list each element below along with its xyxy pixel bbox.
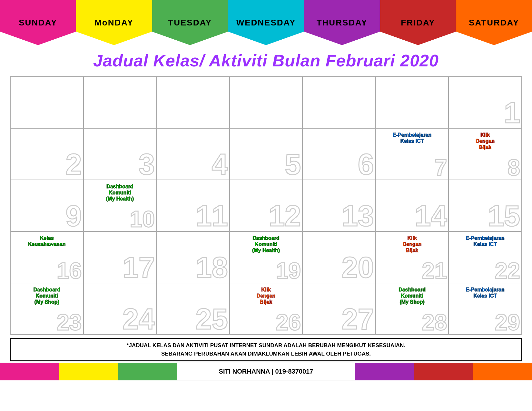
cal-cell: 3 [84,128,157,180]
day-number: 20 [342,253,374,282]
bottom-banner [414,363,473,380]
day-number: 16 [57,259,82,282]
bottom-banner [59,363,118,380]
day-number: 4 [212,150,228,179]
bottom-banner [118,363,177,380]
day-number: 11 [196,201,228,230]
bottom-banner [473,363,532,380]
day-number: 7 [434,156,447,179]
cal-cell [84,77,157,128]
cal-cell: 17 [84,231,157,283]
day-number: 13 [342,201,374,230]
day-number: 28 [422,311,447,334]
day-number: 23 [57,311,82,334]
day-number: 15 [488,201,520,230]
day-number: 25 [196,305,228,334]
cal-cell: 1 [448,77,522,128]
day-banner-friday: FRIDAY [380,0,456,45]
day-label: TUESDAY [168,18,212,28]
day-number: 18 [196,253,228,282]
day-number: 8 [507,156,520,179]
day-number: 24 [123,305,155,334]
day-number: 12 [269,201,301,230]
cal-event: Dashboard Komuniti (My Shop) [12,286,82,306]
day-number: 29 [495,311,520,334]
cal-cell [156,77,230,128]
cal-cell: 6 [302,128,376,180]
day-number: 10 [130,208,155,230]
footer-line1: *JADUAL KELAS DAN AKTIVITI PUSAT INTERNE… [16,341,516,350]
cal-cell: 20 [302,231,376,283]
bottom-banner [355,363,414,380]
day-number: 21 [422,259,447,282]
cal-event: Klik Dengan Bijak [450,131,520,151]
cal-event: Klik Dengan Bijak [377,234,447,254]
cal-event: Kelas Keusahawanan [12,234,82,248]
day-label: THURSDAY [317,18,368,28]
cal-cell [230,77,303,128]
bottom-row: SITI NORHANNA | 019-8370017 [0,363,532,380]
day-number: 17 [123,253,155,282]
cal-cell: Dashboard Komuniti (My Health)10 [84,180,157,231]
day-number: 26 [276,311,301,334]
cal-cell: Dashboard Komuniti (My Shop)23 [10,283,84,335]
cal-cell: 18 [156,231,230,283]
day-label: FRIDAY [401,18,435,28]
day-label: SUNDAY [19,18,57,28]
bottom-contact: SITI NORHANNA | 019-8370017 [177,363,355,380]
cal-cell: 15 [448,180,522,231]
day-banner-tuesday: TUESDAY [152,0,228,45]
calendar-title: Jadual Kelas/ Aktiviti Bulan Februari 20… [0,45,532,73]
day-label: SATURDAY [469,18,519,28]
cal-cell: Klik Dengan Bijak8 [448,128,522,180]
cal-event: Dashboard Komuniti (My Health) [85,183,155,203]
cal-event: E-Pembelajaran Kelas ICT [377,131,447,145]
cal-cell: Dashboard Komuniti (My Shop)28 [376,283,449,335]
cal-cell [302,77,376,128]
day-label: MoNDAY [94,18,133,28]
cal-cell: 13 [302,180,376,231]
cal-cell: 12 [230,180,303,231]
day-label: WEDNESDAY [236,18,296,28]
cal-cell: 9 [10,180,84,231]
cal-cell: 4 [156,128,230,180]
cal-cell: Kelas Keusahawanan16 [10,231,84,283]
cal-cell: 11 [156,180,230,231]
day-banner-thursday: THURSDAY [304,0,380,45]
day-banner-sunday: SUNDAY [0,0,76,45]
cal-event: E-Pembelajaran Kelas ICT [450,234,520,248]
cal-cell: 2 [10,128,84,180]
day-number: 3 [139,150,155,179]
cal-cell: 27 [302,283,376,335]
cal-cell: E-Pembelajaran Kelas ICT22 [448,231,522,283]
cal-cell: 25 [156,283,230,335]
day-number: 9 [66,201,82,230]
day-number: 27 [342,305,374,334]
day-number: 2 [66,150,82,179]
cal-event: E-Pembelajaran Kelas ICT [450,286,520,299]
day-number: 5 [285,150,301,179]
cal-cell: Klik Dengan Bijak21 [376,231,449,283]
day-banner-monday: MoNDAY [76,0,152,45]
cal-cell: 14 [376,180,449,231]
day-number: 22 [495,259,520,282]
cal-cell: 5 [230,128,303,180]
day-number: 1 [504,98,520,127]
cal-event: Klik Dengan Bijak [231,286,301,306]
day-number: 6 [358,150,374,179]
cal-cell: Klik Dengan Bijak26 [230,283,303,335]
footer-note: *JADUAL KELAS DAN AKTIVITI PUSAT INTERNE… [10,338,522,361]
cal-event: Dashboard Komuniti (My Health) [231,234,301,254]
bottom-banner [0,363,59,380]
cal-cell: Dashboard Komuniti (My Health)19 [230,231,303,283]
day-number: 14 [415,201,447,230]
cal-cell [10,77,84,128]
footer-line2: SEBARANG PERUBAHAN AKAN DIMAKLUMKAN LEBI… [16,350,516,358]
cal-cell [376,77,449,128]
cal-cell: E-Pembelajaran Kelas ICT7 [376,128,449,180]
header-days: SUNDAYMoNDAYTUESDAYWEDNESDAYTHURSDAYFRID… [0,0,532,45]
day-banner-wednesday: WEDNESDAY [228,0,304,45]
day-number: 19 [276,259,301,282]
cal-event: Dashboard Komuniti (My Shop) [377,286,447,306]
cal-cell: E-Pembelajaran Kelas ICT29 [448,283,522,335]
